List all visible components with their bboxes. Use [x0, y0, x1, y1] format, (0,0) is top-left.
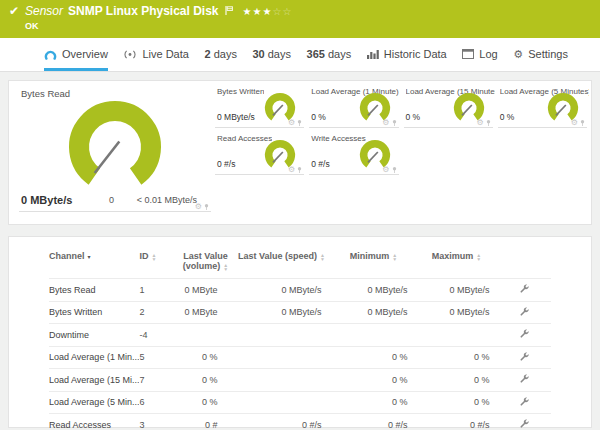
- gear-icon: ⚙: [513, 49, 523, 60]
- wrench-icon[interactable]: [519, 351, 530, 364]
- cell-last-value-volume: [179, 324, 231, 347]
- cell-last-value-speed: 0 MByte/s: [231, 279, 331, 302]
- table-row[interactable]: Bytes Written 2 0 MByte 0 MByte/s 0 MByt…: [49, 301, 551, 324]
- cell-minimum: [331, 324, 415, 347]
- channel-table-panel: Channel▾ ID▲▼ Last Value (volume)▲▼ Last…: [8, 236, 592, 428]
- gauge-current-value: 0 #/s: [217, 159, 235, 169]
- tab-label: Historic Data: [384, 48, 447, 60]
- cell-id: 3: [139, 414, 179, 430]
- table-row[interactable]: Load Average (5 Min... 6 0 % 0 % 0 %: [49, 391, 551, 414]
- tab-label: days: [214, 48, 237, 60]
- cell-id: 1: [139, 279, 179, 302]
- pin-icon[interactable]: [204, 203, 209, 211]
- gear-icon[interactable]: ⚙: [382, 119, 389, 127]
- cell-id: -4: [139, 324, 179, 347]
- cell-minimum: 0 %: [331, 346, 415, 369]
- page-title: SNMP Linux Physical Disk: [68, 4, 219, 18]
- star-empty-icon: ☆☆: [272, 6, 292, 17]
- wrench-icon[interactable]: [519, 306, 530, 319]
- cell-last-value-volume: 0 MByte: [179, 301, 231, 324]
- tab-number: 30: [252, 48, 264, 60]
- tab-2-days[interactable]: 2days: [205, 38, 237, 71]
- gear-icon[interactable]: ⚙: [195, 203, 202, 211]
- cell-maximum: 0 %: [415, 369, 497, 392]
- cell-minimum: 0 MByte/s: [331, 301, 415, 324]
- cell-id: 6: [139, 391, 179, 414]
- col-minimum[interactable]: Minimum▲▼: [331, 249, 415, 279]
- gear-icon[interactable]: ⚙: [288, 166, 295, 174]
- gear-icon[interactable]: ⚙: [571, 119, 578, 127]
- secondary-gauges-grid: Bytes Written 0 MByte/s ⚙ Load Average (…: [215, 85, 587, 175]
- tab-label: Settings: [528, 48, 568, 60]
- tab-overview[interactable]: Overview: [44, 38, 108, 71]
- col-channel[interactable]: Channel▾: [49, 249, 139, 279]
- table-row[interactable]: Load Average (1 Min... 5 0 % 0 % 0 %: [49, 346, 551, 369]
- cell-channel: Downtime: [49, 324, 139, 347]
- gauge-current-value: 0 MByte/s: [21, 194, 72, 206]
- gauge-tile: Load Average (5 Minutes) 0 % ⚙: [498, 85, 587, 128]
- channel-table: Channel▾ ID▲▼ Last Value (volume)▲▼ Last…: [49, 249, 551, 430]
- cell-minimum: 0 #/s: [331, 414, 415, 430]
- tab-365-days[interactable]: 365days: [307, 38, 352, 71]
- table-row[interactable]: Load Average (15 Mi... 7 0 % 0 % 0 %: [49, 369, 551, 392]
- cell-id: 5: [139, 346, 179, 369]
- cell-minimum: 0 %: [331, 391, 415, 414]
- tab-number: 365: [307, 48, 325, 60]
- gauge-scale-min: 0: [109, 195, 114, 205]
- cell-channel: Read Accesses: [49, 414, 139, 430]
- pin-icon[interactable]: [297, 119, 302, 127]
- tab-log[interactable]: Log: [462, 38, 497, 71]
- col-id[interactable]: ID▲▼: [139, 249, 179, 279]
- pin-icon[interactable]: [580, 119, 585, 127]
- table-row[interactable]: Read Accesses 3 0 # 0 #/s 0 #/s 0 #/s: [49, 414, 551, 430]
- cell-last-value-volume: 0 %: [179, 346, 231, 369]
- gauge-tile: Load Average (1 Minute) 0 % ⚙: [309, 85, 398, 128]
- tab-settings[interactable]: ⚙Settings: [513, 38, 568, 71]
- wrench-icon[interactable]: [519, 373, 530, 386]
- chart-icon: [367, 49, 379, 59]
- wrench-icon[interactable]: [519, 396, 530, 409]
- cell-channel: Bytes Read: [49, 279, 139, 302]
- col-maximum[interactable]: Maximum▲▼: [415, 249, 497, 279]
- cell-id: 7: [139, 369, 179, 392]
- cell-channel: Bytes Written: [49, 301, 139, 324]
- priority-stars[interactable]: ★★★☆☆: [243, 6, 293, 17]
- cell-minimum: 0 %: [331, 369, 415, 392]
- tab-label: Log: [479, 48, 497, 60]
- cell-last-value-speed: [231, 369, 331, 392]
- gauge-chart: [47, 97, 183, 193]
- cell-last-value-volume: 0 MByte: [179, 279, 231, 302]
- star-filled-icon: ★★★: [243, 6, 273, 17]
- table-row[interactable]: Bytes Read 1 0 MByte 0 MByte/s 0 MByte/s…: [49, 279, 551, 302]
- cell-last-value-speed: 0 #/s: [231, 414, 331, 430]
- pin-icon[interactable]: [297, 166, 302, 174]
- col-last-value-speed[interactable]: Last Value (speed)▲▼: [231, 249, 331, 279]
- tab-live-data[interactable]: Live Data: [123, 38, 188, 71]
- pin-icon[interactable]: [392, 166, 397, 174]
- gauge-current-value: 0 %: [311, 112, 326, 122]
- wrench-icon[interactable]: [519, 283, 530, 296]
- gear-icon[interactable]: ⚙: [382, 166, 389, 174]
- wrench-icon[interactable]: [519, 418, 530, 430]
- cell-last-value-speed: [231, 324, 331, 347]
- gear-icon[interactable]: ⚙: [477, 119, 484, 127]
- gear-icon[interactable]: ⚙: [288, 119, 295, 127]
- cell-channel: Load Average (5 Min...: [49, 391, 139, 414]
- broadcast-icon: [123, 49, 137, 60]
- wrench-icon[interactable]: [519, 328, 530, 341]
- tab-historic-data[interactable]: Historic Data: [367, 38, 447, 71]
- cell-maximum: 0 %: [415, 391, 497, 414]
- tab-label: Live Data: [142, 48, 188, 60]
- pin-icon[interactable]: [486, 119, 491, 127]
- gauge-icon: [44, 49, 57, 60]
- col-last-value-volume[interactable]: Last Value (volume)▲▼: [179, 249, 231, 279]
- cell-maximum: 0 MByte/s: [415, 301, 497, 324]
- gauge-scale-max: < 0.01 MByte/s: [137, 195, 197, 205]
- pin-icon[interactable]: [392, 119, 397, 127]
- tab-30-days[interactable]: 30days: [252, 38, 291, 71]
- pause-flag-icon[interactable]: [225, 4, 233, 18]
- sort-icon: ▲▼: [223, 263, 228, 271]
- table-row[interactable]: Downtime -4: [49, 324, 551, 347]
- sensor-header: ✔ Sensor SNMP Linux Physical Disk ★★★☆☆ …: [0, 0, 600, 38]
- gauge-title: Bytes Written: [217, 87, 264, 96]
